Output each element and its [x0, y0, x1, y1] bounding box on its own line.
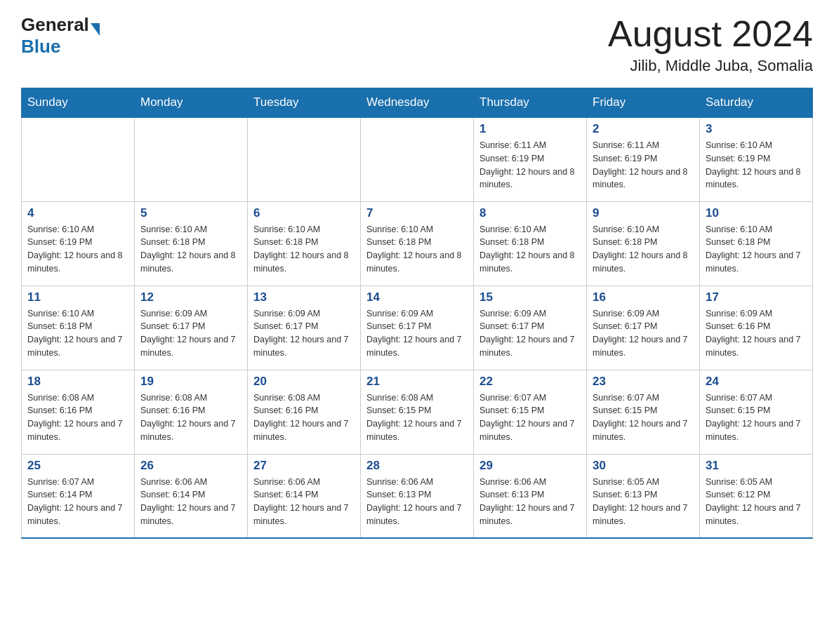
- calendar-cell: 15Sunrise: 6:09 AMSunset: 6:17 PMDayligh…: [474, 286, 587, 370]
- calendar-cell: 8Sunrise: 6:10 AMSunset: 6:18 PMDaylight…: [474, 201, 587, 286]
- day-info: Sunrise: 6:07 AMSunset: 6:15 PMDaylight:…: [706, 391, 807, 444]
- day-number: 23: [593, 375, 694, 389]
- calendar-day-header: Wednesday: [361, 88, 474, 118]
- calendar-cell: 17Sunrise: 6:09 AMSunset: 6:16 PMDayligh…: [700, 286, 813, 370]
- day-info: Sunrise: 6:08 AMSunset: 6:16 PMDaylight:…: [140, 391, 241, 444]
- calendar-cell: 4Sunrise: 6:10 AMSunset: 6:19 PMDaylight…: [22, 201, 135, 286]
- calendar-day-header: Sunday: [22, 88, 135, 118]
- day-number: 16: [593, 290, 694, 304]
- calendar-cell: 22Sunrise: 6:07 AMSunset: 6:15 PMDayligh…: [474, 370, 587, 454]
- day-info: Sunrise: 6:10 AMSunset: 6:18 PMDaylight:…: [479, 223, 581, 276]
- calendar-cell: 23Sunrise: 6:07 AMSunset: 6:15 PMDayligh…: [587, 370, 700, 454]
- day-info: Sunrise: 6:10 AMSunset: 6:18 PMDaylight:…: [140, 223, 241, 276]
- calendar-cell: 21Sunrise: 6:08 AMSunset: 6:15 PMDayligh…: [361, 370, 474, 454]
- calendar-table: SundayMondayTuesdayWednesdayThursdayFrid…: [21, 88, 813, 539]
- calendar-cell: 25Sunrise: 6:07 AMSunset: 6:14 PMDayligh…: [22, 454, 135, 538]
- day-number: 2: [593, 122, 694, 136]
- day-info: Sunrise: 6:05 AMSunset: 6:13 PMDaylight:…: [593, 476, 694, 528]
- calendar-cell: 14Sunrise: 6:09 AMSunset: 6:17 PMDayligh…: [361, 286, 474, 370]
- calendar-cell: [22, 117, 135, 201]
- calendar-cell: 28Sunrise: 6:06 AMSunset: 6:13 PMDayligh…: [361, 454, 474, 538]
- calendar-cell: 29Sunrise: 6:06 AMSunset: 6:13 PMDayligh…: [474, 454, 587, 538]
- day-number: 20: [253, 375, 355, 389]
- day-info: Sunrise: 6:06 AMSunset: 6:13 PMDaylight:…: [366, 476, 468, 528]
- day-number: 11: [27, 290, 128, 304]
- calendar-cell: [135, 117, 248, 201]
- day-info: Sunrise: 6:10 AMSunset: 6:18 PMDaylight:…: [366, 223, 468, 276]
- calendar-cell: [361, 117, 474, 201]
- day-number: 31: [706, 459, 807, 473]
- day-number: 29: [479, 459, 581, 473]
- day-number: 6: [253, 206, 355, 220]
- calendar-cell: 5Sunrise: 6:10 AMSunset: 6:18 PMDaylight…: [135, 201, 248, 286]
- day-number: 5: [140, 206, 241, 220]
- calendar-cell: 7Sunrise: 6:10 AMSunset: 6:18 PMDaylight…: [361, 201, 474, 286]
- logo-arrow-icon: [91, 23, 100, 36]
- day-number: 1: [479, 122, 581, 136]
- day-info: Sunrise: 6:09 AMSunset: 6:16 PMDaylight:…: [706, 307, 807, 360]
- calendar-cell: 10Sunrise: 6:10 AMSunset: 6:18 PMDayligh…: [700, 201, 813, 286]
- day-info: Sunrise: 6:08 AMSunset: 6:16 PMDaylight:…: [27, 391, 128, 444]
- day-info: Sunrise: 6:11 AMSunset: 6:19 PMDaylight:…: [593, 139, 694, 192]
- month-year-title: August 2024: [608, 14, 813, 54]
- calendar-cell: 31Sunrise: 6:05 AMSunset: 6:12 PMDayligh…: [700, 454, 813, 538]
- calendar-cell: 2Sunrise: 6:11 AMSunset: 6:19 PMDaylight…: [587, 117, 700, 201]
- day-number: 3: [706, 122, 807, 136]
- calendar-cell: 9Sunrise: 6:10 AMSunset: 6:18 PMDaylight…: [587, 201, 700, 286]
- calendar-cell: 1Sunrise: 6:11 AMSunset: 6:19 PMDaylight…: [474, 117, 587, 201]
- title-block: August 2024 Jilib, Middle Juba, Somalia: [608, 14, 813, 75]
- calendar-day-header: Friday: [587, 88, 700, 118]
- calendar-cell: 27Sunrise: 6:06 AMSunset: 6:14 PMDayligh…: [248, 454, 361, 538]
- day-number: 17: [706, 290, 807, 304]
- calendar-cell: 13Sunrise: 6:09 AMSunset: 6:17 PMDayligh…: [248, 286, 361, 370]
- day-number: 30: [593, 459, 694, 473]
- calendar-cell: 30Sunrise: 6:05 AMSunset: 6:13 PMDayligh…: [587, 454, 700, 538]
- calendar-week-row: 25Sunrise: 6:07 AMSunset: 6:14 PMDayligh…: [22, 454, 813, 538]
- day-info: Sunrise: 6:06 AMSunset: 6:13 PMDaylight:…: [479, 476, 581, 528]
- day-info: Sunrise: 6:10 AMSunset: 6:18 PMDaylight:…: [593, 223, 694, 276]
- calendar-header-row: SundayMondayTuesdayWednesdayThursdayFrid…: [22, 88, 813, 118]
- calendar-cell: 19Sunrise: 6:08 AMSunset: 6:16 PMDayligh…: [135, 370, 248, 454]
- calendar-cell: 6Sunrise: 6:10 AMSunset: 6:18 PMDaylight…: [248, 201, 361, 286]
- day-number: 4: [27, 206, 128, 220]
- logo-general-text: General: [21, 14, 89, 36]
- calendar-cell: 20Sunrise: 6:08 AMSunset: 6:16 PMDayligh…: [248, 370, 361, 454]
- day-number: 8: [479, 206, 581, 220]
- logo-blue-text: Blue: [21, 36, 60, 57]
- calendar-week-row: 1Sunrise: 6:11 AMSunset: 6:19 PMDaylight…: [22, 117, 813, 201]
- calendar-week-row: 11Sunrise: 6:10 AMSunset: 6:18 PMDayligh…: [22, 286, 813, 370]
- day-number: 21: [366, 375, 468, 389]
- day-info: Sunrise: 6:07 AMSunset: 6:15 PMDaylight:…: [479, 391, 581, 444]
- day-info: Sunrise: 6:09 AMSunset: 6:17 PMDaylight:…: [253, 307, 355, 360]
- logo: General Blue: [21, 14, 100, 58]
- calendar-cell: 3Sunrise: 6:10 AMSunset: 6:19 PMDaylight…: [700, 117, 813, 201]
- calendar-cell: 16Sunrise: 6:09 AMSunset: 6:17 PMDayligh…: [587, 286, 700, 370]
- day-info: Sunrise: 6:10 AMSunset: 6:18 PMDaylight:…: [706, 223, 807, 276]
- day-info: Sunrise: 6:10 AMSunset: 6:19 PMDaylight:…: [706, 139, 807, 192]
- day-number: 15: [479, 290, 581, 304]
- calendar-day-header: Saturday: [700, 88, 813, 118]
- day-number: 9: [593, 206, 694, 220]
- calendar-cell: [248, 117, 361, 201]
- day-number: 25: [27, 459, 128, 473]
- day-number: 13: [253, 290, 355, 304]
- day-number: 18: [27, 375, 128, 389]
- calendar-cell: 11Sunrise: 6:10 AMSunset: 6:18 PMDayligh…: [22, 286, 135, 370]
- day-number: 24: [706, 375, 807, 389]
- day-info: Sunrise: 6:10 AMSunset: 6:18 PMDaylight:…: [27, 307, 128, 360]
- page-header: General Blue August 2024 Jilib, Middle J…: [21, 14, 813, 75]
- day-info: Sunrise: 6:08 AMSunset: 6:15 PMDaylight:…: [366, 391, 468, 444]
- calendar-cell: 26Sunrise: 6:06 AMSunset: 6:14 PMDayligh…: [135, 454, 248, 538]
- day-info: Sunrise: 6:10 AMSunset: 6:19 PMDaylight:…: [27, 223, 128, 276]
- day-info: Sunrise: 6:06 AMSunset: 6:14 PMDaylight:…: [253, 476, 355, 528]
- calendar-cell: 12Sunrise: 6:09 AMSunset: 6:17 PMDayligh…: [135, 286, 248, 370]
- calendar-cell: 24Sunrise: 6:07 AMSunset: 6:15 PMDayligh…: [700, 370, 813, 454]
- day-info: Sunrise: 6:11 AMSunset: 6:19 PMDaylight:…: [479, 139, 581, 192]
- calendar-day-header: Thursday: [474, 88, 587, 118]
- day-number: 14: [366, 290, 468, 304]
- calendar-day-header: Tuesday: [248, 88, 361, 118]
- day-number: 7: [366, 206, 468, 220]
- day-info: Sunrise: 6:07 AMSunset: 6:14 PMDaylight:…: [27, 476, 128, 528]
- calendar-cell: 18Sunrise: 6:08 AMSunset: 6:16 PMDayligh…: [22, 370, 135, 454]
- location-subtitle: Jilib, Middle Juba, Somalia: [608, 57, 813, 75]
